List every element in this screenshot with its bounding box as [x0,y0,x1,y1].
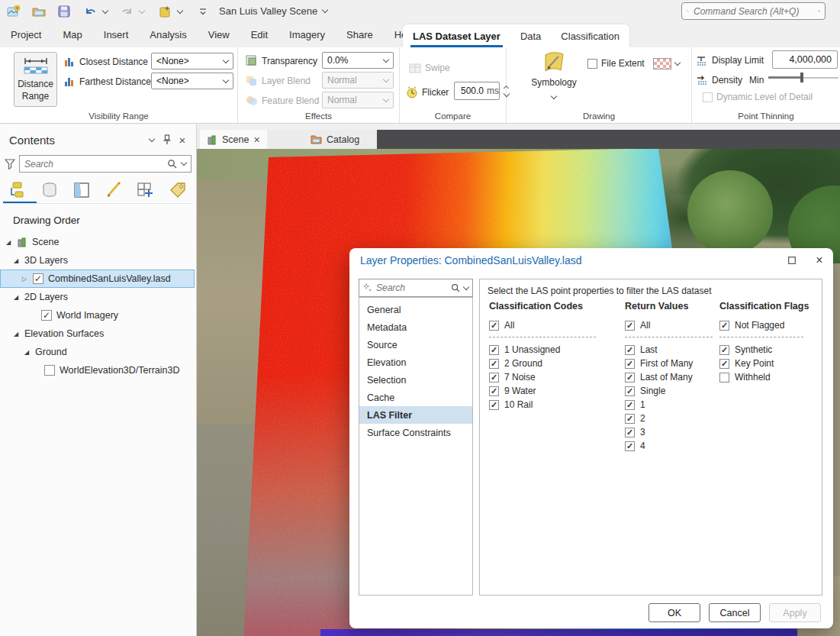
tree-item-3d-layers[interactable]: ◢3D Layers [0,251,195,270]
menu-item-cache[interactable]: Cache [359,389,472,406]
panel-menu-chevron-icon[interactable] [144,132,159,147]
customize-quick-access-icon[interactable] [194,2,212,21]
undo-icon[interactable] [81,2,99,21]
list-by-drawing-order-icon[interactable] [8,180,27,200]
tab-map[interactable]: Map [52,23,92,47]
filter-item-row[interactable]: ✓10 Rail [489,398,617,412]
filter-checkbox[interactable]: ✓ [489,359,499,369]
filter-checkbox[interactable]: ✓ [625,345,635,355]
maximize-icon[interactable] [778,249,806,272]
filter-checkbox[interactable]: ✓ [625,386,635,396]
filter-item-row[interactable]: ✓1 [625,398,716,412]
filter-item-row[interactable]: ✓4 [625,439,716,453]
tree-item-combinedsanluisvalley-lasd[interactable]: ▷✓CombinedSanLuisValley.lasd [0,270,195,288]
title-dropdown-icon[interactable] [322,7,328,13]
flicker-duration-input[interactable]: 500.0 ms [454,82,500,100]
filter-checkbox[interactable]: ✓ [625,428,635,437]
open-project-icon[interactable] [30,2,48,21]
list-by-data-source-icon[interactable] [40,180,60,200]
filter-checkbox[interactable]: ✓ [489,345,499,355]
filter-checkbox[interactable]: ✓ [625,359,635,369]
transparency-combo[interactable]: 0.0% [322,52,394,69]
dialog-search-input[interactable] [376,282,447,293]
dialog-title-bar[interactable]: Layer Properties: CombinedSanLuisValley.… [349,248,833,273]
filter-checkbox[interactable]: ✓ [625,414,635,424]
add-favorite-dropdown-icon[interactable] [174,2,186,21]
expander-open-icon[interactable]: ◢ [12,331,20,337]
menu-item-metadata[interactable]: Metadata [359,318,472,336]
tab-classification[interactable]: Classification [551,24,629,47]
filter-item-row[interactable]: ✓9 Water [489,384,617,398]
distance-range-button[interactable]: Distance Range [14,52,57,107]
contents-search[interactable] [19,155,191,173]
list-by-editing-icon[interactable] [104,180,124,200]
filter-item-row[interactable]: ✓2 [625,412,716,425]
expander-open-icon[interactable]: ◢ [12,257,20,264]
expander-closed-icon[interactable]: ▷ [21,276,28,282]
file-extent-color-picker[interactable] [653,55,680,72]
search-options-chevron-icon[interactable] [463,283,469,289]
menu-item-las-filter[interactable]: LAS Filter [359,406,472,424]
list-by-selection-icon[interactable] [72,180,92,200]
filter-checkbox[interactable]: ✓ [489,321,499,331]
command-search-input[interactable] [694,6,813,17]
expander-open-icon[interactable]: ◢ [5,239,12,246]
tree-item-worldelevation3d-terrain3d[interactable]: WorldElevation3D/Terrain3D [0,361,195,379]
undo-dropdown-icon[interactable] [99,2,111,21]
new-project-icon[interactable] [5,2,23,21]
search-options-chevron-icon[interactable] [181,160,187,166]
filter-checkbox[interactable] [719,373,729,383]
tree-item-ground[interactable]: ◢Ground [0,343,195,361]
filter-item-row[interactable]: ✓3 [625,425,716,439]
menu-item-surface-constraints[interactable]: Surface Constraints [359,424,472,441]
tab-view[interactable]: View [198,23,240,47]
tab-edit[interactable]: Edit [240,23,278,47]
filter-checkbox[interactable]: ✓ [719,345,729,355]
menu-item-general[interactable]: General [359,301,472,318]
list-by-snapping-icon[interactable] [136,180,156,200]
tree-item-scene[interactable]: ◢Scene [0,233,195,251]
filter-item-row[interactable]: ✓Last of Many [625,370,716,384]
filter-checkbox[interactable]: ✓ [489,373,499,383]
farthest-distance-combo[interactable]: <None> [151,73,233,89]
expander-open-icon[interactable]: ◢ [12,294,20,301]
list-by-labeling-icon[interactable] [168,180,188,200]
close-dialog-icon[interactable]: × [806,249,833,272]
filter-item-row[interactable]: ✓First of Many [625,357,716,370]
pin-icon[interactable] [159,132,175,147]
filter-icon[interactable] [5,159,15,169]
tab-share[interactable]: Share [336,23,384,47]
add-favorite-icon[interactable] [156,2,174,21]
close-panel-icon[interactable]: × [175,132,190,147]
filter-item-row[interactable]: ✓Key Point [719,357,816,370]
filter-item-row[interactable]: ✓2 Ground [489,357,617,370]
layer-visibility-checkbox[interactable] [44,365,55,376]
close-scene-tab-icon[interactable]: × [253,134,259,146]
redo-dropdown-icon[interactable] [136,2,148,21]
file-extent-checkbox[interactable] [587,59,597,69]
tree-item-2d-layers[interactable]: ◢2D Layers [0,288,195,306]
filter-checkbox[interactable]: ✓ [719,359,729,369]
filter-checkbox[interactable]: ✓ [625,400,635,410]
filter-item-row[interactable]: ✓1 Unassigned [489,343,617,357]
filter-checkbox[interactable]: ✓ [489,386,499,396]
expander-open-icon[interactable]: ◢ [23,349,31,356]
symbology-button[interactable]: Symbology [529,50,578,102]
filter-checkbox[interactable]: ✓ [625,441,635,451]
tab-imagery[interactable]: Imagery [278,23,336,47]
tab-las-dataset-layer[interactable]: LAS Dataset Layer [403,24,510,47]
layer-visibility-checkbox[interactable]: ✓ [41,310,52,321]
tab-insert[interactable]: Insert [93,23,140,47]
filter-all-row[interactable]: ✓All [489,318,617,332]
menu-item-elevation[interactable]: Elevation [359,354,472,371]
redo-icon[interactable] [117,2,136,21]
tab-project[interactable]: Project [0,23,52,47]
density-slider-handle[interactable] [800,73,803,82]
filter-all-row[interactable]: ✓All [625,318,716,332]
filter-checkbox[interactable]: ✓ [719,321,729,331]
menu-item-source[interactable]: Source [359,336,472,354]
filter-item-row[interactable]: ✓Synthetic [719,343,816,357]
filter-checkbox[interactable]: ✓ [489,400,499,410]
closest-distance-combo[interactable]: <None> [151,53,233,69]
command-search[interactable] [681,2,826,20]
